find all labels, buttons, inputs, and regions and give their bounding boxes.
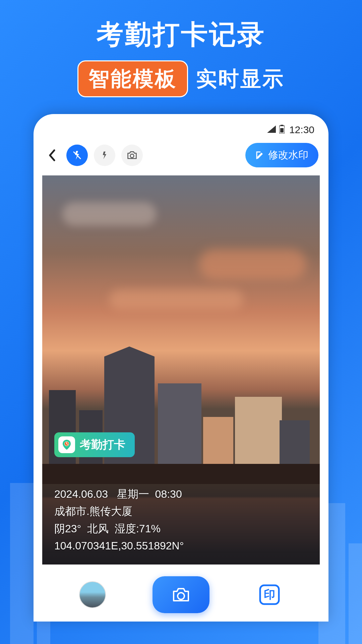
camera-toolbar: 修改水印	[42, 141, 320, 175]
flash-on-button[interactable]	[94, 145, 115, 166]
hero-section: 考勤打卡记录 智能模板 实时显示	[0, 0, 362, 107]
signal-icon	[267, 125, 276, 134]
camera-icon	[127, 151, 137, 160]
svg-rect-11	[280, 128, 284, 132]
clock-location-icon	[58, 436, 75, 453]
stamp-icon: 印	[258, 583, 281, 606]
camera-flip-button[interactable]	[121, 145, 143, 166]
edit-watermark-label: 修改水印	[268, 148, 308, 162]
bottom-nav: 印	[42, 565, 320, 622]
svg-point-16	[178, 593, 184, 599]
edit-icon	[255, 151, 265, 160]
watermark-wind: 北风	[87, 523, 109, 535]
watermark-weather: 阴23°	[54, 523, 81, 535]
status-time: 12:30	[289, 124, 314, 136]
edit-watermark-button[interactable]: 修改水印	[245, 143, 318, 167]
svg-text:印: 印	[264, 588, 275, 601]
watermark-location: 成都市.熊传大厦	[54, 503, 184, 520]
watermark-weather-line: 阴23° 北风 湿度:71%	[54, 520, 184, 537]
back-button[interactable]	[44, 147, 60, 164]
svg-rect-1	[10, 483, 34, 490]
watermark-humidity: 71%	[139, 523, 161, 535]
svg-point-13	[130, 154, 134, 158]
watermark-humidity-label: 湿度	[115, 523, 136, 535]
flash-off-icon	[72, 150, 82, 161]
camera-preview: 考勤打卡 2024.06.03 星期一 08:30 成都市.熊传大厦 阴23° …	[42, 175, 320, 565]
hero-subtitle-row: 智能模板 实时显示	[0, 60, 362, 97]
hero-title: 考勤打卡记录	[0, 17, 362, 53]
watermark-badge[interactable]: 考勤打卡	[54, 432, 135, 457]
battery-icon	[279, 125, 285, 135]
smart-template-badge: 智能模板	[77, 60, 188, 97]
flash-icon	[100, 151, 109, 160]
watermark-info: 2024.06.03 星期一 08:30 成都市.熊传大厦 阴23° 北风 湿度…	[54, 486, 184, 554]
watermark-date: 2024.06.03	[54, 488, 108, 500]
shutter-button[interactable]	[153, 576, 209, 613]
svg-rect-8	[349, 543, 362, 644]
flash-off-button[interactable]	[66, 145, 88, 166]
status-bar: 12:30	[42, 121, 320, 141]
watermark-datetime-line: 2024.06.03 星期一 08:30	[54, 486, 184, 503]
watermark-time: 08:30	[155, 488, 182, 500]
watermark-coords: 104.070341E,30.551892N°	[54, 537, 184, 554]
phone-frame: 12:30 修改水印	[34, 114, 328, 622]
gallery-thumbnail-button[interactable]	[79, 581, 106, 608]
watermark-badge-label: 考勤打卡	[80, 437, 125, 452]
watermark-template-button[interactable]: 印	[256, 581, 283, 608]
watermark-weekday: 星期一	[117, 488, 149, 500]
camera-shutter-icon	[172, 587, 190, 603]
hero-subtitle: 实时显示	[196, 65, 285, 93]
